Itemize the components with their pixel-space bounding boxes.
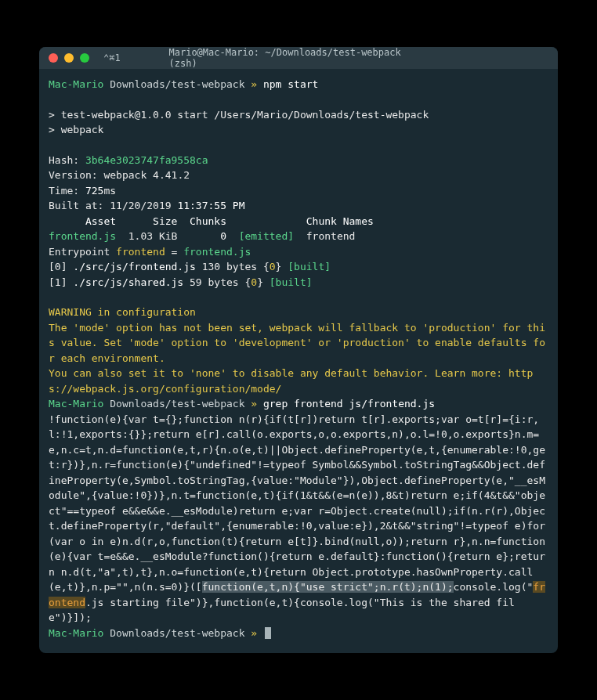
entrypoint: Entrypoint frontend = frontend.js <box>49 244 548 260</box>
minimize-icon[interactable] <box>64 53 74 63</box>
cursor <box>265 627 271 639</box>
module-row: [0] ./src/js/frontend.js 130 bytes {0} [… <box>49 259 548 275</box>
build-version: Version: webpack 4.41.2 <box>49 168 548 183</box>
asset-row: frontend.js 1.03 KiB 0 [emitted] fronten… <box>49 229 548 244</box>
traffic-lights <box>49 53 89 63</box>
prompt-line: Mac-Mario Downloads/test-webpack » <box>49 626 548 641</box>
warning-header: WARNING in configuration <box>49 305 548 320</box>
close-icon[interactable] <box>49 53 58 63</box>
asset-table-header: Asset Size Chunks Chunk Names <box>49 214 548 229</box>
warning-link: You can also set it to 'none' to disable… <box>49 366 548 396</box>
npm-output: > webpack <box>49 122 548 138</box>
grep-output: !function(e){var t={};function n(r){if(t… <box>49 412 548 626</box>
tab-hint: ⌃⌘1 <box>103 52 121 63</box>
prompt-line: Mac-Mario Downloads/test-webpack » npm s… <box>49 77 548 92</box>
terminal-window: ⌃⌘1 Mario@Mac-Mario: ~/Downloads/test-we… <box>39 47 558 653</box>
window-title: Mario@Mac-Mario: ~/Downloads/test-webpac… <box>169 47 429 69</box>
terminal-output[interactable]: Mac-Mario Downloads/test-webpack » npm s… <box>39 69 558 653</box>
prompt-line: Mac-Mario Downloads/test-webpack » grep … <box>49 396 548 412</box>
build-time: Time: 725ms <box>49 183 548 199</box>
build-timestamp: Built at: 11/20/2019 11:37:55 PM <box>49 198 548 214</box>
build-hash: Hash: 3b64e3023747fa9558ca <box>49 153 548 168</box>
warning-body: The 'mode' option has not been set, webp… <box>49 320 548 366</box>
titlebar: ⌃⌘1 Mario@Mac-Mario: ~/Downloads/test-we… <box>39 47 558 69</box>
npm-output: > test-webpack@1.0.0 start /Users/Mario/… <box>49 107 548 123</box>
maximize-icon[interactable] <box>80 53 89 63</box>
module-row: [1] ./src/js/shared.js 59 bytes {0} [bui… <box>49 275 548 290</box>
